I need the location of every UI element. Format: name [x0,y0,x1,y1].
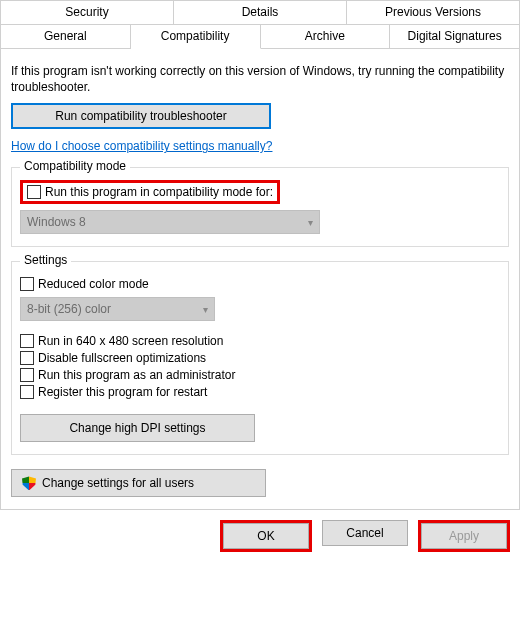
ok-button[interactable]: OK [223,523,309,549]
compat-mode-label: Run this program in compatibility mode f… [45,185,273,199]
change-dpi-button[interactable]: Change high DPI settings [20,414,255,442]
tab-previous-versions[interactable]: Previous Versions [347,0,520,25]
change-all-users-label: Change settings for all users [42,476,194,490]
color-mode-select-value: 8-bit (256) color [27,302,111,316]
run-as-admin-label: Run this program as an administrator [38,368,235,382]
tab-compatibility[interactable]: Compatibility [131,25,261,49]
cancel-button[interactable]: Cancel [322,520,408,546]
compat-mode-select: Windows 8 ▾ [20,210,320,234]
reduced-color-checkbox[interactable] [20,277,34,291]
disable-fullscreen-label: Disable fullscreen optimizations [38,351,206,365]
run-640-checkbox[interactable] [20,334,34,348]
run-as-admin-checkbox[interactable] [20,368,34,382]
change-all-users-button[interactable]: Change settings for all users [11,469,266,497]
chevron-down-icon: ▾ [203,304,208,315]
reduced-color-label: Reduced color mode [38,277,149,291]
highlight-compat-checkbox: Run this program in compatibility mode f… [20,180,280,204]
run-640-label: Run in 640 x 480 screen resolution [38,334,223,348]
disable-fullscreen-checkbox[interactable] [20,351,34,365]
highlight-apply: Apply [418,520,510,552]
tab-digital-signatures[interactable]: Digital Signatures [390,25,520,49]
chevron-down-icon: ▾ [308,217,313,228]
tab-strip: Security Details Previous Versions Gener… [0,0,520,49]
compatibility-mode-title: Compatibility mode [20,159,130,173]
tab-details[interactable]: Details [174,0,347,25]
tab-general[interactable]: General [0,25,131,49]
help-link[interactable]: How do I choose compatibility settings m… [11,139,272,153]
highlight-ok: OK [220,520,312,552]
register-restart-checkbox[interactable] [20,385,34,399]
register-restart-label: Register this program for restart [38,385,207,399]
intro-text: If this program isn't working correctly … [11,63,509,95]
dialog-footer: OK Cancel Apply [0,510,520,552]
settings-title: Settings [20,253,71,267]
compatibility-mode-group: Compatibility mode Run this program in c… [11,167,509,247]
shield-icon [22,476,36,490]
settings-group: Settings Reduced color mode 8-bit (256) … [11,261,509,455]
tab-security[interactable]: Security [0,0,174,25]
compat-mode-checkbox[interactable] [27,185,41,199]
run-troubleshooter-button[interactable]: Run compatibility troubleshooter [11,103,271,129]
tab-content: If this program isn't working correctly … [0,49,520,510]
compat-mode-select-value: Windows 8 [27,215,86,229]
tab-archive[interactable]: Archive [261,25,391,49]
apply-button[interactable]: Apply [421,523,507,549]
color-mode-select: 8-bit (256) color ▾ [20,297,215,321]
